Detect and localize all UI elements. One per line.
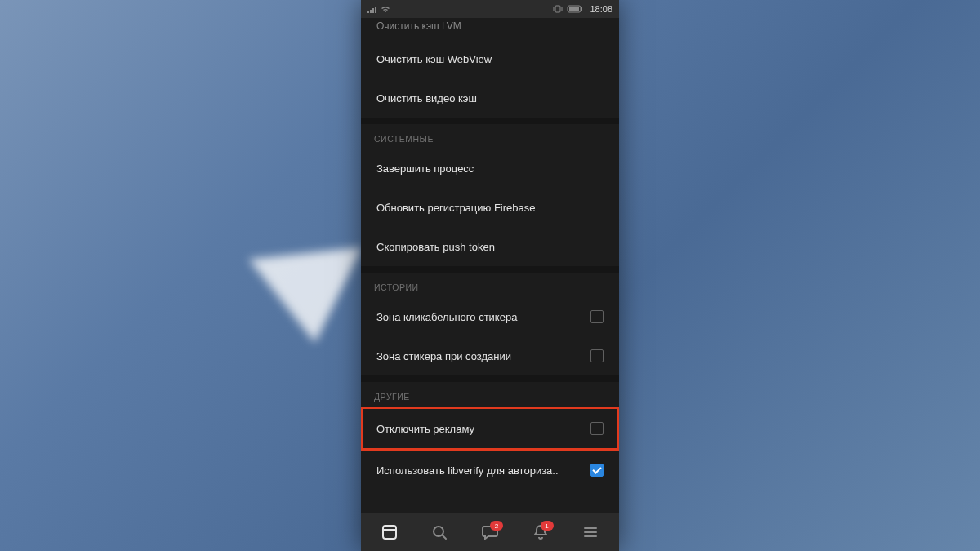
nav-item-menu[interactable] xyxy=(574,516,607,549)
section-header-stories: ИСТОРИИ xyxy=(361,273,619,297)
svg-rect-4 xyxy=(383,526,396,539)
settings-row-disable-ads[interactable]: Отключить рекламу xyxy=(361,407,619,451)
nav-item-messages[interactable]: 2 xyxy=(474,516,506,549)
settings-row-sticker-zone-create[interactable]: Зона стикера при создании xyxy=(361,336,619,375)
background: 18:08 Очистить кэш LVM Очистить кэш WebV… xyxy=(0,0,980,551)
svg-rect-2 xyxy=(569,7,579,11)
svg-rect-0 xyxy=(555,6,560,12)
section-divider xyxy=(361,118,619,124)
nav-item-home[interactable] xyxy=(373,516,406,549)
status-bar: 18:08 xyxy=(361,0,619,18)
nav-item-search[interactable] xyxy=(423,516,456,549)
cell-signal-icon xyxy=(368,5,377,13)
row-label: Очистить видео кэш xyxy=(376,92,604,104)
row-label: Отключить рекламу xyxy=(376,423,590,435)
row-label: Обновить регистрацию Firebase xyxy=(376,202,604,214)
wifi-icon xyxy=(381,5,390,13)
section-divider xyxy=(361,375,619,382)
checkbox-checked[interactable] xyxy=(590,464,604,477)
row-label: Скопировать push token xyxy=(376,241,604,253)
settings-content: Очистить кэш LVM Очистить кэш WebView Оч… xyxy=(361,18,619,513)
section-header-other: ДРУГИЕ xyxy=(361,382,619,407)
svg-point-6 xyxy=(434,527,443,536)
svg-rect-3 xyxy=(581,7,582,11)
settings-row-sticker-zone-clickable[interactable]: Зона кликабельного стикера xyxy=(361,297,619,336)
row-label: Завершить процесс xyxy=(376,162,604,175)
badge-messages: 2 xyxy=(490,521,503,531)
vibrate-icon xyxy=(552,5,564,13)
row-label: Зона кликабельного стикера xyxy=(376,311,590,323)
status-right: 18:08 xyxy=(552,4,612,14)
background-triangle xyxy=(249,247,372,349)
battery-icon xyxy=(567,5,583,13)
settings-row-push-token[interactable]: Скопировать push token xyxy=(361,227,619,266)
home-icon xyxy=(381,523,399,541)
row-label: Использовать libverify для авториза.. xyxy=(376,464,590,477)
status-time: 18:08 xyxy=(590,4,612,14)
search-icon xyxy=(430,523,448,541)
row-label: Очистить кэш LVM xyxy=(376,20,604,32)
settings-row-clear-webview[interactable]: Очистить кэш WebView xyxy=(361,39,619,78)
menu-icon xyxy=(581,523,599,541)
status-left xyxy=(368,5,390,13)
checkbox[interactable] xyxy=(590,310,604,323)
nav-item-notifications[interactable]: 1 xyxy=(524,516,557,549)
settings-row-partial[interactable]: Очистить кэш LVM xyxy=(361,18,619,39)
row-label: Зона стикера при создании xyxy=(376,350,590,362)
section-header-system: СИСТЕМНЫЕ xyxy=(361,124,619,149)
checkbox[interactable] xyxy=(590,349,604,362)
settings-row-firebase[interactable]: Обновить регистрацию Firebase xyxy=(361,188,619,227)
bottom-nav: 2 1 xyxy=(361,513,619,551)
badge-notifications: 1 xyxy=(541,521,554,531)
settings-row-libverify[interactable]: Использовать libverify для авториза.. xyxy=(361,451,619,490)
settings-row-kill-process[interactable]: Завершить процесс xyxy=(361,149,619,188)
section-divider xyxy=(361,266,619,273)
row-label: Очистить кэш WebView xyxy=(376,53,604,65)
scroll-area[interactable]: Очистить кэш LVM Очистить кэш WebView Оч… xyxy=(361,18,619,513)
checkbox[interactable] xyxy=(590,422,604,435)
svg-line-7 xyxy=(443,535,446,539)
phone-frame: 18:08 Очистить кэш LVM Очистить кэш WebV… xyxy=(361,0,619,551)
settings-row-clear-video[interactable]: Очистить видео кэш xyxy=(361,78,619,118)
